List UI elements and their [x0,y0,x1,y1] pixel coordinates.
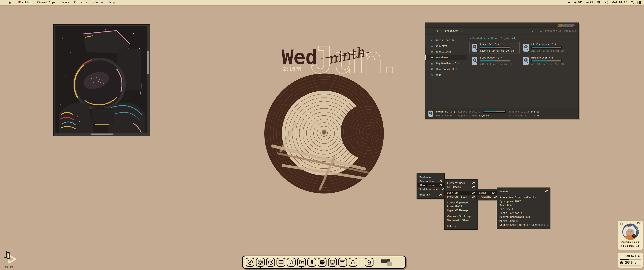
chrome-icon[interactable] [266,258,275,267]
menu-item-game[interactable]: Heaven Benchmark 4.0 [497,215,550,219]
menu-item-desktop[interactable]: Desktop [445,191,477,195]
gear-icon[interactable]: ⚙ [620,222,623,226]
folder-icon [387,262,392,266]
menu-item-favourites[interactable]: Favourites [417,179,444,183]
menu-blackbox[interactable]: Blackbox [18,1,32,4]
chevron-down-icon[interactable] [568,2,570,3]
share-up-icon[interactable] [348,258,358,267]
bookmark-icon[interactable] [308,258,316,267]
collapse-icon[interactable]: ▾ [470,37,471,40]
vertical-scrollbar-thumb[interactable] [147,51,149,74]
drive-item-e[interactable]: Slow Daddy (E:) 234 GB livres de 465 GB [470,55,520,67]
sidebar-label: Freud2004 [436,56,448,59]
menu-item-game[interactable]: Far Cry 4 [497,207,550,211]
drive-item-c[interactable]: Freud PC (C:) 62,9 GB livres de 146 GB [470,42,520,53]
menu-item-game[interactable]: Sniper Ghost Warrior Contracts 2 [497,223,550,227]
weather-indicator[interactable]: ☀ 30° [574,1,582,4]
avatar[interactable] [622,223,639,240]
clock-day: Wed [282,46,317,69]
drive-item-d[interactable]: Little Momma (D:) 261 GB livres de 805 G… [521,42,571,53]
menu-item-xoblite[interactable]: xoblite [417,193,444,197]
menu-item-explorer[interactable]: Explorer [417,175,444,179]
menu-item-game[interactable]: Days Gone [497,203,550,207]
music-icon[interactable]: ♫ [287,258,296,267]
mail-indicator[interactable]: ✉ 25 [586,1,593,4]
trash-icon[interactable] [365,258,374,267]
volume-icon[interactable] [604,1,608,4]
drive-usage-bar [531,47,562,49]
firefox-icon[interactable] [256,258,265,267]
menu-item-command-prompt[interactable]: Command prompt [445,200,477,204]
wifi-icon[interactable] [597,1,601,4]
menu-item-huawey[interactable]: Huawey [497,189,550,193]
downloads-folder-icon[interactable] [297,258,306,267]
sidebar-item-quick-access[interactable]: ★Acesso Rápido [425,37,467,43]
drive-item-f[interactable]: Big Brother (F:) 431 GB livres de 953 GB [521,55,571,67]
compass-browser-icon[interactable] [246,258,254,267]
vinyl-center-hub [322,130,326,135]
menu-item-windows-settings[interactable]: Windows Settings [445,214,477,218]
file-explorer-window[interactable]: ← → ❖ › Freud2004 › ∨ ↻ Procurar em Freu… [424,23,579,119]
sidebar-item-libraries[interactable]: ▤Bibliotecas [425,49,467,55]
search-icon[interactable] [631,1,634,4]
mail-icon[interactable] [276,258,285,267]
breadcrumb[interactable]: Freud2004 [445,30,458,32]
task-list-icon[interactable] [638,1,641,4]
menu-item-shutdown-menu[interactable]: Shutdown menu [417,187,444,191]
menu-pinned-apps[interactable]: Pinned Apps [37,1,56,4]
refresh-icon[interactable]: ↻ [536,30,537,33]
section-header[interactable]: ▾ Unidades de Disco Rígido (4) [470,37,576,40]
sidebar-label: Acesso Rápido [436,39,454,41]
menu-item-games[interactable]: Games [477,191,497,195]
temperature-value: 30° [578,1,582,4]
display-icon[interactable] [328,258,337,267]
search-input[interactable]: Procurar em Freud2004 [545,30,576,32]
menu-item-game[interactable]: Metro Exodus [497,219,550,223]
menu-item-program-files[interactable]: Program files [445,195,477,199]
back-button[interactable]: ← [428,29,430,33]
explorer-titlebar[interactable] [425,23,578,28]
paint-roller-icon[interactable] [338,258,347,267]
address-dropdown-icon[interactable]: ∨ [532,30,533,33]
menu-item-game[interactable]: Cyberpunk 2077 [497,199,550,203]
menu-item-game[interactable]: Assassins Creed Valhalla [497,195,550,199]
menu-controls[interactable]: Controls [74,1,88,4]
clock-text[interactable]: Wed 14:16 [612,1,627,4]
menu-help[interactable]: Help [108,1,114,4]
forward-button[interactable]: → [432,29,434,33]
menu-window[interactable]: Window [93,1,103,4]
horizontal-scrollbar-thumb[interactable] [91,133,113,135]
sidebar-item-onedrive[interactable]: ☁OneDrive [425,43,467,49]
globe-icon: ⊕ [430,73,434,76]
submenu-icon [492,192,494,194]
minimize-button[interactable] [557,24,564,27]
submenu-icon [473,196,475,198]
mail-icon: ✉ [586,1,588,4]
menu-item-all-users[interactable]: All users [445,185,477,189]
image-viewer-window[interactable] [53,24,150,136]
menu-item-powershell[interactable]: PowerShell [445,204,477,208]
sidebar-item-drive-e[interactable]: ▣Slow Daddy (E:) [425,66,467,72]
dock: ♫ [242,255,406,269]
record-icon[interactable]: ◉ [8,1,11,4]
menu-item-hyperv-manager[interactable]: Hyper-V Manager [445,208,477,212]
sidebar-item-network[interactable]: ⊕Rede [425,72,467,78]
sidebar-item-drive-f[interactable]: ▣Big Brother (F:) [425,60,467,66]
menu-item-start-menu[interactable]: Start menu [417,183,444,187]
sidebar-item-this-pc[interactable]: ❖Freud2004 [425,55,467,60]
sidebar-label: Big Brother (F:) [436,62,459,65]
menu-item-microsoft-store[interactable]: Microsoft Store [445,218,477,222]
cpu-icon [620,261,623,264]
menu-item-run[interactable]: Run ... [445,224,477,228]
music-note-icon[interactable]: ♫ [2,249,12,261]
window-preview-thumbnail[interactable] [381,258,393,266]
menu-item-game[interactable]: Forza Horizon 4 [497,211,550,215]
submenu-icon [440,184,442,186]
menu-item-trabalho[interactable]: Trabalho [477,195,497,199]
menu-item-current-user[interactable]: Current user [445,181,477,185]
menu-games[interactable]: Games [61,1,69,4]
search-icon[interactable] [540,30,543,33]
spotify-icon[interactable] [318,258,326,267]
root-context-menu: Explorer Favourites Start menu Shutdown … [416,173,444,199]
submenu-icon [473,192,475,194]
